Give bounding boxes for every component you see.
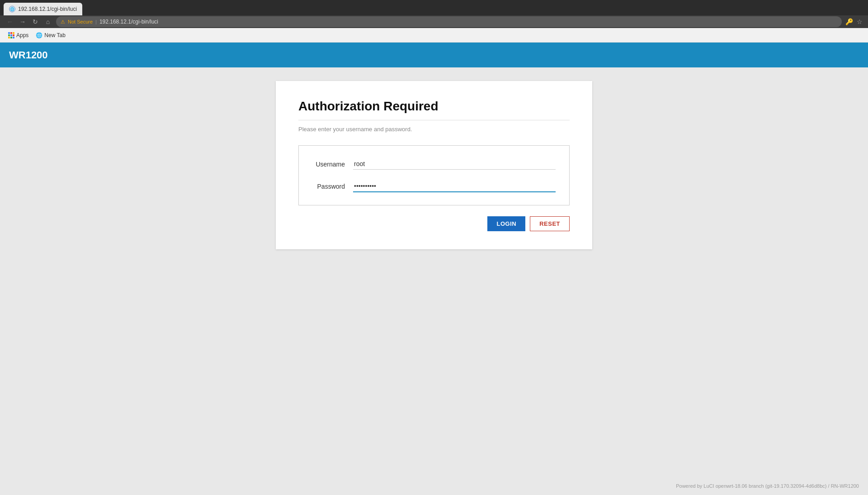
app-header: WR1200 (0, 43, 868, 67)
page-footer: Powered by LuCI openwrt-18.06 branch (gi… (676, 483, 859, 489)
toolbar-right: 🔑 ☆ (845, 18, 863, 25)
newtab-label: New Tab (44, 32, 65, 38)
browser-tabs: 🌐 192.168.12.1/cgi-bin/luci (0, 0, 868, 15)
reset-button[interactable]: RESET (530, 216, 570, 231)
password-row: Password (312, 181, 556, 192)
form-section: Username Password (298, 145, 570, 205)
apps-bookmark[interactable]: Apps (5, 31, 31, 40)
browser-toolbar: ← → ↻ ⌂ ⚠ Not Secure | 192.168.12.1/cgi-… (0, 15, 868, 28)
login-card: Authorization Required Please enter your… (276, 81, 592, 249)
bookmarks-bar: Apps 🌐 New Tab (0, 28, 868, 43)
home-button[interactable]: ⌂ (43, 17, 52, 26)
newtab-bookmark[interactable]: 🌐 New Tab (33, 31, 68, 40)
forward-button[interactable]: → (18, 17, 27, 26)
not-secure-label: Not Secure (68, 19, 93, 24)
username-row: Username (312, 158, 556, 170)
tab-label: 192.168.12.1/cgi-bin/luci (18, 6, 77, 12)
password-label: Password (312, 183, 353, 190)
apps-grid-icon (8, 32, 14, 38)
button-row: LOGIN RESET (298, 216, 570, 231)
star-icon[interactable]: ☆ (857, 18, 863, 25)
app-title: WR1200 (9, 49, 48, 61)
username-input[interactable] (353, 158, 556, 170)
address-separator: | (95, 19, 97, 24)
active-tab[interactable]: 🌐 192.168.12.1/cgi-bin/luci (4, 3, 82, 15)
not-secure-icon: ⚠ (61, 19, 65, 25)
tab-globe-icon: 🌐 (9, 6, 15, 12)
key-icon: 🔑 (845, 18, 853, 25)
footer-text: Powered by LuCI openwrt-18.06 branch (gi… (676, 483, 859, 489)
username-label: Username (312, 161, 353, 168)
address-bar[interactable]: ⚠ Not Secure | 192.168.12.1/cgi-bin/luci (56, 16, 842, 27)
url-display: 192.168.12.1/cgi-bin/luci (99, 19, 158, 25)
page-content: Authorization Required Please enter your… (0, 67, 868, 495)
password-input[interactable] (353, 181, 556, 192)
login-button[interactable]: LOGIN (487, 216, 525, 231)
back-button[interactable]: ← (5, 17, 14, 26)
login-title: Authorization Required (298, 99, 570, 120)
apps-label: Apps (16, 32, 28, 38)
globe-icon: 🌐 (36, 32, 42, 38)
browser-chrome: 🌐 192.168.12.1/cgi-bin/luci ← → ↻ ⌂ ⚠ No… (0, 0, 868, 28)
login-subtitle: Please enter your username and password. (298, 126, 570, 133)
refresh-button[interactable]: ↻ (31, 17, 40, 26)
